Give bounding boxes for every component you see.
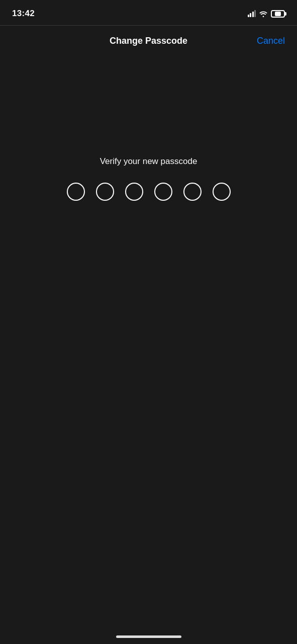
passcode-dot-2 [96,183,114,201]
passcode-dot-3 [125,183,143,201]
passcode-dot-6 [213,183,231,201]
status-time: 13:42 [12,9,35,19]
nav-bar: Change Passcode Cancel [0,26,297,56]
cancel-button[interactable]: Cancel [257,36,285,46]
passcode-dots [67,183,231,201]
passcode-dot-4 [154,183,172,201]
verify-prompt: Verify your new passcode [100,156,197,167]
main-content: Verify your new passcode [0,56,297,201]
passcode-dot-5 [183,183,202,201]
wifi-icon [259,10,268,17]
battery-icon: 53 [271,10,285,18]
status-icons: 53 [248,10,285,18]
status-bar: 13:42 53 [0,0,297,25]
passcode-dot-1 [67,183,85,201]
page-title: Change Passcode [110,36,187,46]
home-indicator [116,635,181,638]
signal-icon [248,10,256,17]
